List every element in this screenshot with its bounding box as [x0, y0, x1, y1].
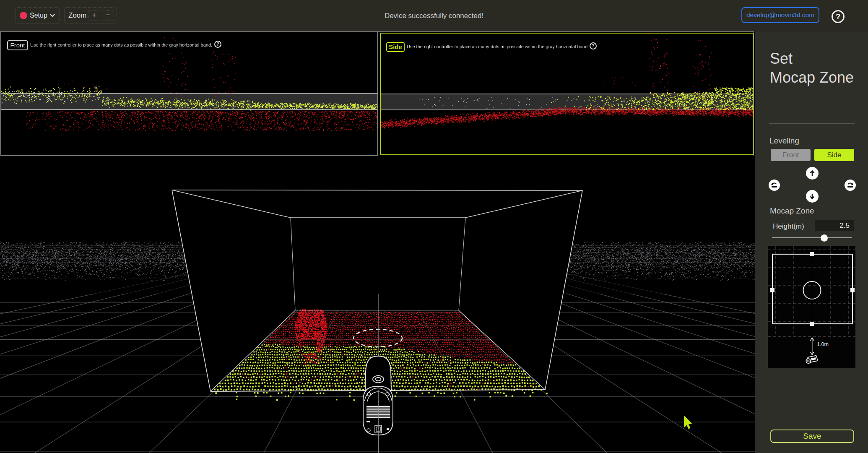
svg-text:1.0m: 1.0m [817, 341, 829, 347]
